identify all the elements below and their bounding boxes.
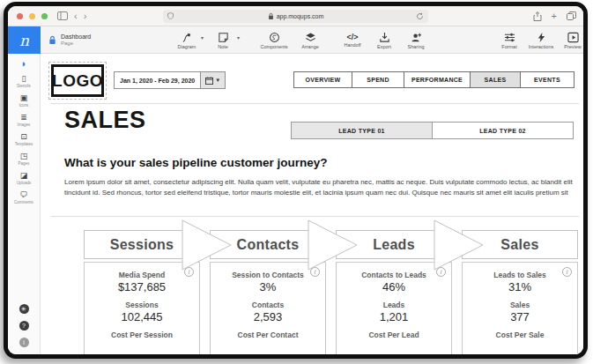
arrange-icon — [305, 32, 316, 43]
icons-panel-icon: ▣ — [20, 94, 28, 102]
tab-performance[interactable]: PERFORMANCE — [404, 72, 471, 87]
rail-item-comments[interactable]: 🗩 Comments — [14, 191, 33, 204]
rail-item-uploads[interactable]: ◪ Uploads — [17, 172, 32, 185]
doc-lock-icon — [48, 35, 56, 45]
note-dropdown-caret[interactable]: ▾ — [237, 34, 240, 41]
tab-spend[interactable]: SPEND — [352, 72, 404, 87]
new-tab-icon[interactable]: + — [552, 11, 557, 21]
left-panel-rail: ◗ ▯ Stencils ▣ Icons ≣ Images ⊡ Template… — [8, 54, 41, 354]
document-title[interactable]: Dashboard — [61, 33, 91, 41]
page-title: SALES — [64, 107, 146, 134]
format-panel-button[interactable]: Format — [493, 26, 525, 54]
diagram-tool-button[interactable]: Diagram — [171, 26, 203, 54]
rail-item-pages[interactable]: ◳ Pages — [19, 152, 30, 166]
sharing-icon — [411, 32, 422, 43]
pages-icon: ◳ — [20, 152, 28, 160]
info-icon[interactable]: i — [562, 267, 572, 277]
stencils-icon: ▯ — [22, 75, 26, 83]
forward-icon[interactable]: › — [84, 11, 87, 21]
tab-overview-icon[interactable] — [567, 11, 576, 20]
preview-button[interactable]: Preview — [557, 26, 588, 54]
tab-overview[interactable]: OVERVIEW — [294, 72, 352, 87]
section-question: What is your sales pipeline customer jou… — [64, 156, 328, 169]
design-canvas[interactable]: LOGO Jan 1, 2020 - Feb 29, 2020 ▼ OVERVI… — [41, 54, 583, 354]
url-lock-icon — [268, 12, 274, 20]
format-icon — [504, 32, 515, 43]
sharing-tool-button[interactable]: Sharing — [400, 26, 432, 54]
close-window-button[interactable] — [17, 13, 23, 19]
help-icon[interactable]: ? — [19, 321, 29, 331]
content-divider — [51, 216, 579, 217]
rail-item-stencils[interactable]: ▯ Stencils — [17, 75, 31, 88]
lead-type-02-button[interactable]: LEAD TYPE 02 — [433, 123, 573, 138]
rail-item-templates[interactable]: ⊡ Templates — [15, 133, 33, 146]
uploads-icon: ◪ — [20, 172, 28, 180]
export-icon — [379, 32, 390, 43]
moqups-logo[interactable]: n — [8, 26, 41, 54]
comments-icon: 🗩 — [19, 191, 27, 199]
contacts-metrics-card[interactable]: i Session to Contacts 3% Contacts 2,593 … — [210, 262, 326, 354]
interactions-panel-button[interactable]: Interactions — [525, 26, 557, 54]
note-icon — [218, 32, 229, 43]
browser-window: ‹ › app.moqups.com + n — [4, 2, 588, 359]
arrange-tool-button[interactable]: Arrange — [294, 26, 326, 54]
logo-placeholder[interactable]: LOGO — [51, 64, 104, 97]
rail-item-icons[interactable]: ▣ Icons — [19, 94, 29, 108]
funnel-arrow — [308, 219, 359, 271]
preview-icon — [567, 32, 579, 43]
tab-sales[interactable]: SALES — [471, 72, 521, 87]
share-icon[interactable] — [533, 11, 542, 21]
components-icon — [269, 32, 280, 43]
export-tool-button[interactable]: Export — [368, 26, 400, 54]
handoff-icon: </> — [347, 33, 359, 41]
components-tool-button[interactable]: Components — [254, 26, 294, 54]
back-icon[interactable]: ‹ — [74, 11, 78, 21]
minimize-window-button[interactable] — [29, 13, 35, 19]
url-text: app.moqups.com — [277, 13, 324, 19]
date-range-value: Jan 1, 2020 - Feb 29, 2020 — [114, 71, 201, 89]
sessions-metrics-card[interactable]: i Media Spend $137,685 Sessions 102,445 … — [84, 262, 200, 354]
date-range-picker[interactable]: Jan 1, 2020 - Feb 29, 2020 ▼ — [114, 71, 226, 89]
app-toolbar: n Dashboard Page Diagram ▾ Not — [8, 26, 583, 54]
sidebar-toggle-icon[interactable] — [57, 11, 68, 20]
diagram-dropdown-caret[interactable]: ▾ — [201, 34, 204, 41]
calendar-button[interactable]: ▼ — [201, 71, 226, 89]
browser-chrome: ‹ › app.moqups.com + — [8, 6, 583, 26]
templates-icon: ⊡ — [20, 133, 27, 141]
diagram-icon — [182, 32, 193, 43]
header-divider — [51, 103, 579, 104]
funnel-arrow — [182, 219, 233, 271]
dashboard-nav-tabs: OVERVIEW SPEND PERFORMANCE SALES EVENTS — [293, 71, 574, 88]
sales-metrics-card[interactable]: i Leads to Sales 31% Sales 377 Cost Per … — [462, 262, 578, 354]
shortcuts-icon[interactable]: ✳ — [19, 304, 29, 314]
note-tool-button[interactable]: Note — [207, 26, 239, 54]
funnel-arrow — [434, 219, 485, 271]
address-bar[interactable]: app.moqups.com — [163, 10, 427, 23]
refresh-icon[interactable] — [416, 12, 424, 20]
info-icon[interactable]: i — [19, 338, 29, 347]
zoom-window-button[interactable] — [41, 13, 48, 19]
handoff-tool-button[interactable]: </> Handoff — [337, 26, 368, 54]
lead-type-01-button[interactable]: LEAD TYPE 01 — [292, 123, 433, 138]
images-icon: ≣ — [20, 114, 27, 122]
privacy-shield-icon — [167, 12, 174, 19]
rail-item-images[interactable]: ≣ Images — [18, 114, 31, 127]
whats-new-icon[interactable]: ◗ — [21, 59, 27, 69]
tab-events[interactable]: EVENTS — [521, 72, 574, 87]
interactions-icon — [536, 32, 547, 43]
page-name[interactable]: Page — [61, 41, 91, 47]
calendar-icon — [205, 77, 213, 85]
body-copy: Lorem ipsum dolor sit amet, consectetur … — [64, 177, 579, 198]
leads-metrics-card[interactable]: i Contacts to Leads 46% Leads 1,201 Cost… — [336, 262, 452, 354]
lead-type-toggle: LEAD TYPE 01 LEAD TYPE 02 — [291, 122, 574, 139]
calendar-caret-icon: ▼ — [215, 78, 220, 83]
